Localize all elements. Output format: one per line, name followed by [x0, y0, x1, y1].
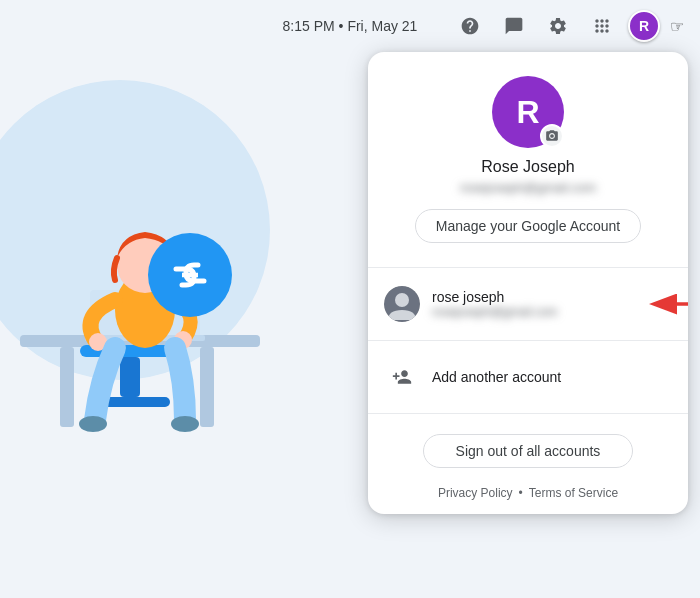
profile-section: R Rose Joseph rosejoseph@gmail.com Manag…: [368, 52, 688, 259]
person-illustration: [0, 90, 290, 450]
svg-rect-1: [60, 347, 74, 427]
settings-icon-btn[interactable]: [540, 8, 576, 44]
notifications-icon-btn[interactable]: [496, 8, 532, 44]
terms-of-service-link[interactable]: Terms of Service: [529, 486, 618, 500]
camera-badge-btn[interactable]: [540, 124, 564, 148]
account-avatar-btn[interactable]: R: [628, 10, 660, 42]
background-illustration: [0, 60, 320, 598]
privacy-policy-link[interactable]: Privacy Policy: [438, 486, 513, 500]
divider-2: [368, 340, 688, 341]
account-row[interactable]: rose joseph rosejoseph@gmail.com: [368, 276, 688, 332]
apps-icon-btn[interactable]: [584, 8, 620, 44]
manage-account-btn[interactable]: Manage your Google Account: [415, 209, 641, 243]
help-icon-btn[interactable]: [452, 8, 488, 44]
profile-email: rosejoseph@gmail.com: [460, 180, 596, 195]
account-dropdown: R Rose Joseph rosejoseph@gmail.com Manag…: [368, 52, 688, 514]
profile-name: Rose Joseph: [481, 158, 574, 176]
svg-point-17: [395, 293, 409, 307]
add-account-row[interactable]: Add another account: [368, 349, 688, 405]
topbar-icons: R ☞: [452, 8, 684, 44]
signout-btn[interactable]: Sign out of all accounts: [423, 434, 634, 468]
red-arrow-icon: [648, 289, 688, 319]
cursor-icon: ☞: [670, 17, 684, 36]
add-account-icon: [384, 359, 420, 395]
svg-rect-6: [120, 357, 140, 397]
add-account-label: Add another account: [432, 369, 561, 385]
account-row-info: rose joseph rosejoseph@gmail.com: [432, 289, 672, 319]
svg-point-11: [79, 416, 107, 432]
account-row-email: rosejoseph@gmail.com: [432, 305, 672, 319]
datetime-display: 8:15 PM • Fri, May 21: [283, 18, 418, 34]
profile-avatar-wrap: R: [492, 76, 564, 148]
svg-point-12: [171, 416, 199, 432]
svg-rect-2: [200, 347, 214, 427]
account-avatar: [384, 286, 420, 322]
signout-wrap: Sign out of all accounts: [368, 422, 688, 476]
topbar: 8:15 PM • Fri, May 21 R ☞: [0, 0, 700, 52]
footer-links: Privacy Policy • Terms of Service: [368, 476, 688, 506]
divider-1: [368, 267, 688, 268]
footer-separator: •: [519, 486, 523, 500]
divider-3: [368, 413, 688, 414]
account-row-name: rose joseph: [432, 289, 672, 305]
